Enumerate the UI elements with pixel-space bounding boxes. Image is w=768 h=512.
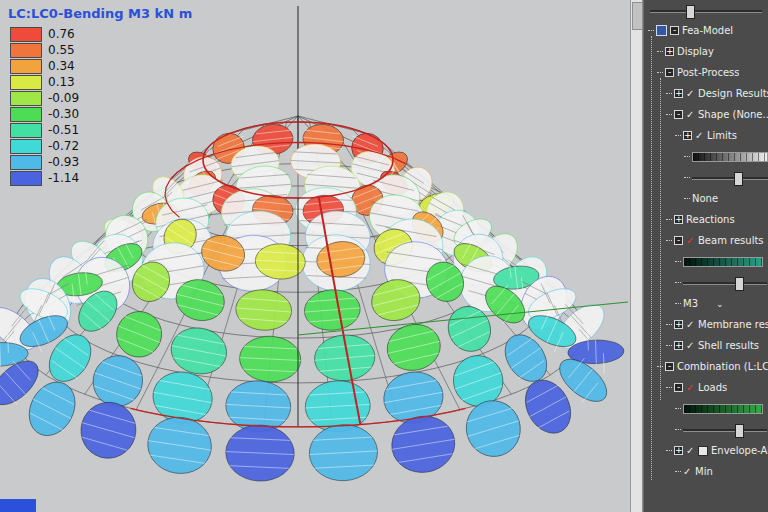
- slider-handle[interactable]: [735, 277, 744, 291]
- tree-connector: [666, 345, 672, 346]
- checkmark-icon[interactable]: ✓: [686, 340, 696, 351]
- viewport-3d[interactable]: LC:LC0-Bending M3 kN m 0.760.550.340.13-…: [0, 0, 630, 512]
- checkmark-icon[interactable]: ✓: [686, 235, 696, 246]
- tree-item-fea-model: -Fea-Model: [644, 20, 768, 41]
- legend-row: -0.51: [10, 123, 79, 137]
- expand-toggle-icon[interactable]: +: [674, 320, 683, 329]
- checkmark-icon[interactable]: ✓: [683, 466, 693, 477]
- slider-track: [683, 282, 767, 285]
- tree-item-label[interactable]: Combination (L:LC0): [677, 361, 768, 372]
- range-slider[interactable]: [683, 422, 767, 438]
- panel-top-slider[interactable]: [650, 3, 762, 19]
- tree-item-limits: +✓Limits: [644, 125, 768, 146]
- slider-handle[interactable]: [735, 424, 744, 438]
- tree-item-reactions: +Reactions: [644, 209, 768, 230]
- checkmark-icon[interactable]: ✓: [686, 109, 696, 120]
- tree-connector: [666, 450, 672, 451]
- tree-guide-line: [651, 36, 652, 480]
- checkmark-icon[interactable]: ✓: [686, 88, 696, 99]
- slider-track: [650, 10, 762, 13]
- slider-handle[interactable]: [686, 5, 695, 19]
- tree-item-label[interactable]: Reactions: [686, 214, 735, 225]
- tree-item-combination-l-lc0: -Combination (L:LC0): [644, 356, 768, 377]
- scrollbar-thumb[interactable]: [632, 2, 643, 30]
- chevron-down-icon[interactable]: ⌄: [716, 299, 724, 309]
- tree-connector: [666, 240, 672, 241]
- tree-connector: [666, 219, 672, 220]
- tree-item-design-results: +✓Design Results: [644, 83, 768, 104]
- tree-item-label[interactable]: Shell results: [698, 340, 759, 351]
- tree-row-gradient: [644, 251, 768, 272]
- expand-toggle-icon[interactable]: +: [674, 215, 683, 224]
- expand-toggle-icon[interactable]: -: [665, 362, 674, 371]
- tree-item-label[interactable]: Min: [695, 466, 713, 477]
- tree-row-slider: [644, 419, 768, 440]
- vertical-scrollbar[interactable]: [630, 0, 643, 512]
- range-slider[interactable]: [683, 275, 767, 291]
- legend-swatch: [10, 75, 42, 90]
- component-dropdown: M3⌄: [644, 293, 768, 314]
- expand-toggle-icon[interactable]: -: [674, 383, 683, 392]
- legend-swatch: [10, 155, 42, 170]
- legend-value: -0.51: [48, 123, 79, 137]
- legend-row: 0.76: [10, 27, 79, 41]
- checkmark-icon[interactable]: ✓: [686, 445, 696, 456]
- legend-row: 0.13: [10, 75, 79, 89]
- tree-connector: [657, 51, 663, 52]
- gradient-bar-ticks: [684, 258, 762, 266]
- gradient-bar-beam: [683, 257, 763, 267]
- tree-item-label[interactable]: None: [692, 193, 718, 204]
- model-tree: -Fea-Model+Display-Post-Process+✓Design …: [644, 20, 768, 482]
- result-legend: 0.760.550.340.13-0.09-0.30-0.51-0.72-0.9…: [10, 27, 79, 187]
- tree-connector: [675, 282, 681, 283]
- tree-item-label[interactable]: Limits: [707, 130, 737, 141]
- tree-item-label[interactable]: Post-Process: [677, 67, 739, 78]
- expand-toggle-icon[interactable]: +: [665, 47, 674, 56]
- tree-connector: [648, 30, 654, 31]
- slider-handle[interactable]: [734, 172, 743, 186]
- expand-toggle-icon[interactable]: -: [674, 236, 683, 245]
- legend-row: -0.72: [10, 139, 79, 153]
- tree-item-loads: -✓Loads: [644, 377, 768, 398]
- tree-item-label[interactable]: Design Results: [698, 88, 768, 99]
- tree-row-slider: [644, 167, 768, 188]
- tree-connector: [675, 261, 681, 262]
- legend-row: -0.30: [10, 107, 79, 121]
- slider-track: [683, 429, 767, 432]
- tree-connector: [675, 408, 681, 409]
- legend-value: -0.30: [48, 107, 79, 121]
- gradient-bar-loads: [683, 404, 763, 414]
- range-slider[interactable]: [692, 170, 768, 186]
- legend-swatch: [10, 171, 42, 186]
- tree-item-label[interactable]: Beam results: [698, 235, 764, 246]
- legend-row: -1.14: [10, 171, 79, 185]
- tree-item-label[interactable]: Loads: [698, 382, 727, 393]
- checkmark-icon[interactable]: ✓: [686, 382, 696, 393]
- legend-swatch: [10, 123, 42, 138]
- expand-toggle-icon[interactable]: +: [674, 341, 683, 350]
- checkbox[interactable]: [698, 446, 708, 456]
- expand-toggle-icon[interactable]: +: [674, 446, 683, 455]
- tree-item-label[interactable]: Shape (None...: [698, 109, 768, 120]
- tree-item-label[interactable]: Membrane resul...: [698, 319, 768, 330]
- expand-toggle-icon[interactable]: +: [683, 131, 692, 140]
- dropdown-value[interactable]: M3: [683, 298, 698, 309]
- expand-toggle-icon[interactable]: +: [674, 89, 683, 98]
- expand-toggle-icon[interactable]: -: [665, 68, 674, 77]
- legend-value: -0.09: [48, 91, 79, 105]
- tree-connector: [666, 93, 672, 94]
- legend-row: 0.55: [10, 43, 79, 57]
- tree-item-label[interactable]: Envelope-All-...: [711, 445, 768, 456]
- tree-item-none: None: [644, 188, 768, 209]
- tree-item-post-process: -Post-Process: [644, 62, 768, 83]
- tree-connector: [666, 387, 672, 388]
- tree-item-min: ✓Min: [644, 461, 768, 482]
- checkmark-icon[interactable]: ✓: [686, 319, 696, 330]
- legend-row: -0.93: [10, 155, 79, 169]
- tree-item-shell-results: +✓Shell results: [644, 335, 768, 356]
- expand-toggle-icon[interactable]: -: [670, 26, 679, 35]
- tree-item-label[interactable]: Display: [677, 46, 714, 57]
- expand-toggle-icon[interactable]: -: [674, 110, 683, 119]
- checkmark-icon[interactable]: ✓: [695, 130, 705, 141]
- tree-item-label[interactable]: Fea-Model: [682, 25, 733, 36]
